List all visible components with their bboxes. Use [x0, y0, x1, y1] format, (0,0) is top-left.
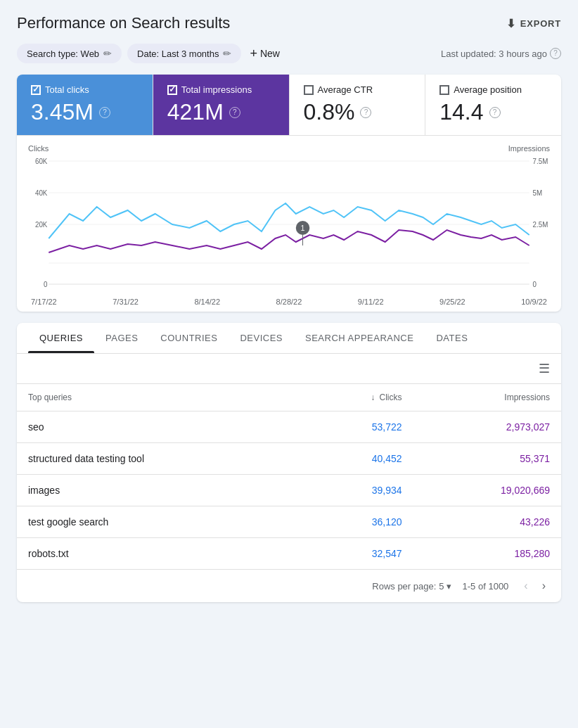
cell-clicks: 32,547 [302, 538, 413, 570]
table-row: robots.txt 32,547 185,280 [17, 538, 561, 570]
chart-svg: 60K 40K 20K 0 7.5M 5M 2.5M 0 1 [28, 154, 550, 295]
chevron-down-icon: ▾ [447, 581, 451, 592]
table-filter-row: ☰ [17, 354, 561, 384]
table-row: seo 53,722 2,973,027 [17, 411, 561, 443]
cell-query: test google search [17, 506, 302, 538]
sort-arrow-icon: ↓ [371, 392, 375, 402]
tab-devices[interactable]: DEVICES [229, 323, 294, 353]
impressions-checkbox[interactable] [167, 85, 177, 95]
cell-query: robots.txt [17, 538, 302, 570]
cell-query: images [17, 475, 302, 506]
chart-wrapper: 60K 40K 20K 0 7.5M 5M 2.5M 0 1 [28, 154, 550, 295]
cell-impressions: 2,973,027 [413, 411, 561, 443]
tab-dates[interactable]: DATES [425, 323, 479, 353]
col-header-impressions: Impressions [413, 384, 561, 411]
prev-page-button[interactable]: ‹ [520, 578, 532, 594]
cell-clicks: 39,934 [302, 475, 413, 506]
col-header-query: Top queries [17, 384, 302, 411]
queries-table: Top queries ↓ Clicks Impressions seo 53,… [17, 384, 561, 569]
page-nav: ‹ › [520, 578, 550, 594]
plus-icon: + [250, 46, 257, 61]
cell-impressions: 43,226 [413, 506, 561, 538]
svg-text:0: 0 [533, 281, 537, 288]
cell-clicks: 53,722 [302, 411, 413, 443]
metric-total-clicks[interactable]: Total clicks 3.45M ? [17, 75, 153, 135]
date-filter[interactable]: Date: Last 3 months ✏ [127, 44, 241, 63]
last-updated: Last updated: 3 hours ago ? [441, 48, 561, 59]
filter-bar: Search type: Web ✏ Date: Last 3 months ✏… [0, 44, 578, 75]
cell-clicks: 40,452 [302, 443, 413, 475]
metric-total-impressions[interactable]: Total impressions 421M ? [153, 75, 290, 135]
tab-pages[interactable]: PAGES [94, 323, 149, 353]
metric-average-position[interactable]: Average position 14.4 ? [425, 75, 561, 135]
table-row: test google search 36,120 43,226 [17, 506, 561, 538]
metrics-card: Total clicks 3.45M ? Total impressions 4… [17, 75, 561, 312]
clicks-checkbox[interactable] [31, 85, 41, 95]
rows-per-page-select[interactable]: 5 ▾ [439, 581, 451, 592]
cell-query: seo [17, 411, 302, 443]
col-header-clicks[interactable]: ↓ Clicks [302, 384, 413, 411]
svg-text:7.5M: 7.5M [533, 158, 548, 165]
next-page-button[interactable]: › [538, 578, 550, 594]
page-header: Performance on Search results ⬇ EXPORT [0, 0, 578, 44]
chart-left-label: Clicks [28, 144, 49, 153]
cell-impressions: 55,371 [413, 443, 561, 475]
page-title: Performance on Search results [17, 14, 230, 32]
tab-queries[interactable]: QUERIES [28, 323, 94, 353]
svg-text:2.5M: 2.5M [533, 221, 548, 229]
edit-icon: ✏ [223, 48, 231, 59]
page-info: 1-5 of 1000 [463, 581, 509, 592]
cell-clicks: 36,120 [302, 506, 413, 538]
chart-area: Clicks Impressions 60K 40K 20K 0 7.5M 5M… [17, 135, 561, 312]
table-row: images 39,934 19,020,669 [17, 475, 561, 506]
table-row: structured data testing tool 40,452 55,3… [17, 443, 561, 475]
svg-text:5M: 5M [533, 189, 543, 197]
search-type-filter[interactable]: Search type: Web ✏ [17, 44, 122, 63]
cell-impressions: 19,020,669 [413, 475, 561, 506]
chart-right-label: Impressions [508, 144, 550, 153]
svg-text:0: 0 [44, 281, 48, 288]
help-icon: ? [99, 107, 110, 118]
rows-per-page: Rows per page: 5 ▾ [372, 581, 451, 592]
ctr-checkbox[interactable] [304, 85, 314, 95]
filter-icon[interactable]: ☰ [539, 361, 550, 376]
download-icon: ⬇ [506, 17, 516, 30]
help-icon: ? [360, 107, 371, 118]
tab-countries[interactable]: COUNTRIES [149, 323, 229, 353]
tab-search-appearance[interactable]: SEARCH APPEARANCE [294, 323, 425, 353]
table-card: QUERIES PAGES COUNTRIES DEVICES SEARCH A… [17, 323, 561, 602]
new-button[interactable]: + New [250, 46, 280, 61]
cell-impressions: 185,280 [413, 538, 561, 570]
help-icon: ? [550, 48, 561, 59]
chart-x-labels: 7/17/22 7/31/22 8/14/22 8/28/22 9/11/22 … [28, 298, 550, 306]
metrics-row: Total clicks 3.45M ? Total impressions 4… [17, 75, 561, 135]
help-icon: ? [229, 107, 240, 118]
edit-icon: ✏ [103, 48, 112, 59]
cell-query: structured data testing tool [17, 443, 302, 475]
position-checkbox[interactable] [439, 85, 449, 95]
chart-y-labels-top: Clicks Impressions [28, 144, 550, 153]
metric-average-ctr[interactable]: Average CTR 0.8% ? [290, 75, 426, 135]
pagination: Rows per page: 5 ▾ 1-5 of 1000 ‹ › [17, 569, 561, 602]
svg-text:60K: 60K [35, 158, 48, 165]
svg-text:20K: 20K [35, 221, 48, 229]
svg-text:1: 1 [301, 224, 305, 232]
tab-bar: QUERIES PAGES COUNTRIES DEVICES SEARCH A… [17, 323, 561, 354]
export-button[interactable]: ⬇ EXPORT [506, 17, 561, 30]
svg-text:40K: 40K [35, 189, 48, 197]
help-icon: ? [489, 107, 501, 118]
